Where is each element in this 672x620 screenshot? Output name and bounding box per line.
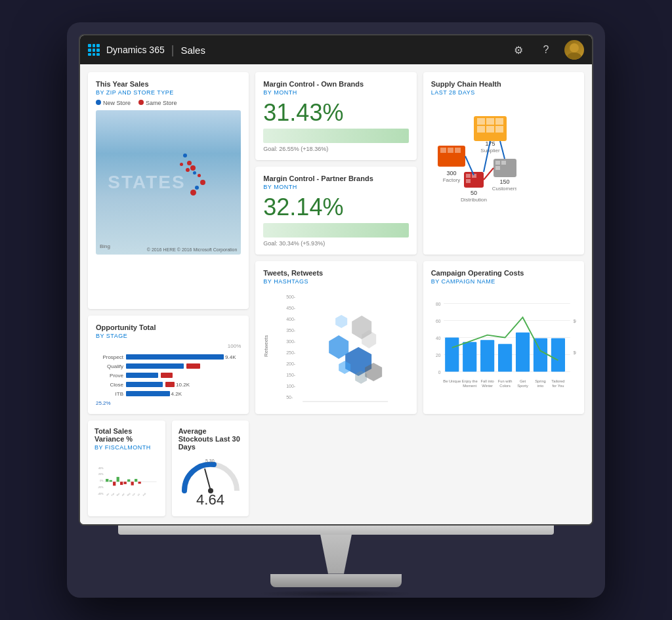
monitor-stand-neck (310, 535, 362, 574)
margin-own-subtitle: BY MONTH (263, 89, 408, 96)
supply-chain-title: Supply Chain Health (431, 80, 576, 88)
this-year-sales-card: This Year Sales BY ZIP AND STORE TYPE Ne… (88, 72, 249, 308)
dashboard: This Year Sales BY ZIP AND STORE TYPE Ne… (80, 64, 592, 524)
campaign-subtitle: BY CAMPAIGN NAME (431, 278, 576, 285)
help-icon[interactable]: ? (537, 41, 555, 59)
svg-text:20: 20 (436, 353, 441, 358)
grid-icon[interactable] (88, 44, 100, 56)
settings-icon[interactable]: ⚙ (509, 41, 528, 59)
svg-text:Get: Get (520, 379, 526, 382)
svg-rect-76 (516, 332, 530, 371)
svg-rect-82 (551, 338, 564, 371)
svg-text:Fun with: Fun with (497, 379, 512, 382)
svg-text:0: 0 (438, 370, 440, 375)
svg-rect-99 (135, 479, 137, 482)
app-name[interactable]: Dynamics 365 (106, 45, 165, 55)
svg-text:Apr: Apr (121, 492, 125, 496)
svg-text:Be Unique: Be Unique (443, 379, 461, 382)
bar-label-itb: ITB (96, 391, 123, 397)
tweets-visual: Retweets 500- 450- 400- 350- 300- 250- 2… (263, 289, 408, 403)
monitor: Dynamics 365 | Sales ⚙ ? This Year Sales… (67, 22, 605, 597)
svg-rect-94 (117, 476, 119, 481)
opp-bar-chart: Prospect 9.4K Qualify (96, 354, 241, 397)
svg-rect-21 (466, 179, 471, 183)
svg-text:into: into (537, 383, 543, 387)
svg-text:20%: 20% (98, 473, 104, 476)
stockouts-gauge: 0.00 9.28 5.30 4.64 (178, 455, 243, 508)
monitor-shadow (257, 590, 415, 598)
opp-subtitle: BY STAGE (96, 333, 241, 339)
map-visual: STATES © 2016 HERE © 2016 Microsoft Corp… (96, 110, 241, 255)
svg-text:350-: 350- (286, 328, 296, 333)
tweets-card: Tweets, Retweets BY HASHTAGS Retweets 50… (255, 261, 416, 414)
svg-rect-91 (106, 479, 108, 482)
bar-label-close: Close (96, 382, 123, 388)
svg-text:Customers: Customers (492, 186, 516, 192)
svg-text:Feb: Feb (111, 492, 116, 497)
bar-label-prove: Prove (96, 373, 123, 379)
margin-own-title: Margin Control - Own Brands (263, 80, 408, 88)
supply-chain-subtitle: LAST 28 DAYS (431, 89, 576, 96)
svg-rect-73 (498, 344, 512, 371)
svg-rect-6 (495, 118, 503, 125)
map-card-title: This Year Sales (96, 80, 241, 88)
svg-point-1 (567, 52, 581, 60)
svg-text:50-: 50- (286, 395, 293, 400)
margin-own-value: 31.43% (263, 100, 408, 126)
svg-text:100-: 100- (286, 384, 296, 388)
stockouts-card: Average Stockouts Last 30 Days 0.00 (172, 421, 249, 516)
svg-text:Mar: Mar (116, 492, 121, 497)
supply-chain-visual: 175 Supplier 300 Factory (431, 100, 576, 211)
svg-rect-25 (495, 161, 500, 165)
margin-partner-subtitle: BY MONTH (263, 184, 408, 190)
campaign-title: Campaign Operating Costs (431, 269, 576, 277)
states-label: STATES (108, 172, 185, 193)
svg-text:Jan: Jan (106, 492, 110, 497)
svg-text:Sporty: Sporty (517, 383, 528, 387)
svg-text:400-: 400- (286, 317, 296, 321)
svg-text:200-: 200- (286, 362, 296, 366)
svg-rect-26 (501, 161, 506, 165)
campaign-chart: 80 60 40 20 0 $0.2M $0.1M Be Unique (431, 289, 576, 406)
bottom-row: Total Sales Variance % BY FISCALMONTH 40… (88, 421, 249, 516)
monitor-screen: Dynamics 365 | Sales ⚙ ? This Year Sales… (79, 34, 593, 525)
bar-label-qualify: Qualify (96, 363, 123, 369)
svg-point-0 (570, 43, 579, 52)
svg-rect-97 (127, 479, 130, 482)
svg-text:Jul: Jul (136, 493, 140, 497)
margin-own-goal: Goal: 26.55% (+18.36%) (263, 146, 408, 152)
svg-text:for You: for You (552, 383, 564, 387)
svg-text:40: 40 (436, 336, 441, 341)
svg-text:0%: 0% (100, 480, 104, 482)
svg-rect-96 (124, 482, 127, 484)
svg-text:40%: 40% (98, 466, 104, 469)
svg-text:Tailored: Tailored (551, 379, 564, 382)
svg-rect-93 (113, 482, 116, 486)
svg-line-109 (204, 468, 210, 491)
svg-text:5.30: 5.30 (205, 459, 215, 463)
variance-card: Total Sales Variance % BY FISCALMONTH 40… (88, 421, 165, 516)
nav-bar: Dynamics 365 | Sales ⚙ ? (80, 35, 592, 64)
svg-text:Spring: Spring (535, 379, 546, 382)
svg-text:Colors: Colors (499, 383, 511, 387)
opp-title: Opportunity Total (96, 323, 241, 331)
tweets-y-label: Retweets (263, 289, 269, 403)
avatar[interactable] (564, 40, 584, 60)
svg-rect-4 (477, 118, 485, 125)
module-name: Sales (180, 45, 503, 56)
svg-text:-40%: -40% (98, 492, 104, 495)
monitor-stand-base (270, 574, 402, 587)
tweets-subtitle: BY HASHTAGS (263, 278, 408, 285)
svg-rect-65 (445, 337, 459, 371)
svg-rect-13 (440, 148, 446, 153)
margin-partner-value: 32.14% (263, 194, 408, 220)
svg-text:Winter: Winter (482, 383, 493, 387)
stockouts-value: 4.64 (196, 491, 224, 508)
svg-text:$0.2M: $0.2M (573, 319, 576, 323)
margin-own-card: Margin Control - Own Brands BY MONTH 31.… (255, 72, 416, 160)
svg-rect-27 (495, 166, 500, 170)
svg-text:Distribution: Distribution (461, 197, 487, 203)
svg-rect-5 (486, 118, 494, 125)
nav-icons: ⚙ ? (509, 40, 584, 60)
svg-text:300: 300 (446, 170, 456, 176)
